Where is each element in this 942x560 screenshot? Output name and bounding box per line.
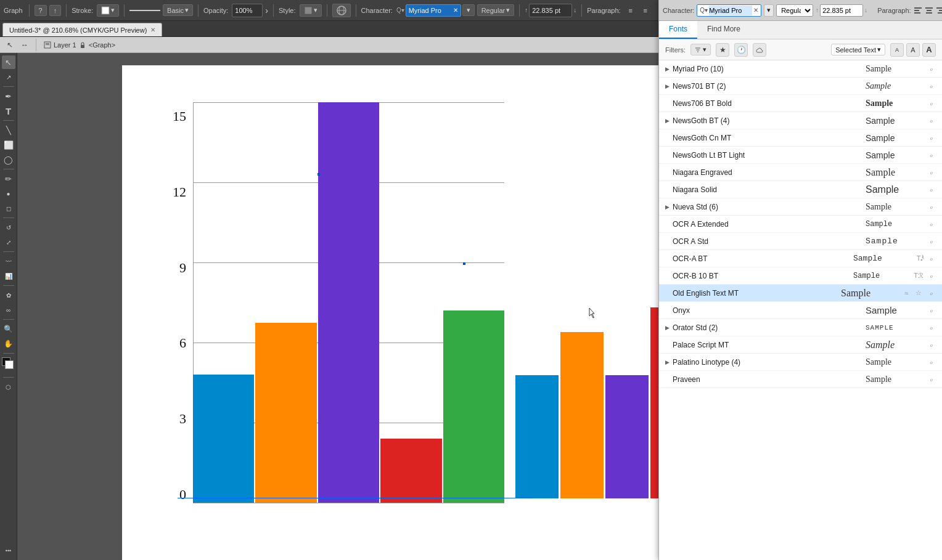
filter-recent-btn[interactable]: 🕐 (734, 43, 748, 57)
font-cloud-newsgoth-cn[interactable]: ℴ (926, 133, 936, 143)
tool-warp[interactable]: 〰 (2, 254, 15, 268)
font-size-up-icon[interactable]: ↑ (525, 7, 528, 14)
font-size-small-btn[interactable]: A (890, 43, 904, 57)
font-row-news706[interactable]: ▶ News706 BT Bold Sample ℴ (659, 95, 942, 112)
font-size-down-icon[interactable]: ↓ (573, 7, 576, 14)
char-style-select[interactable]: Regular Bold Italic (776, 4, 813, 17)
align-left-btn[interactable]: ≡ (625, 4, 637, 17)
font-cloud-ocr-b-10-bt[interactable]: ℴ (926, 271, 936, 281)
char-align-right[interactable] (936, 4, 942, 17)
transform-btn[interactable]: ↔ (18, 39, 31, 51)
tool-rotate[interactable]: ↺ (2, 221, 15, 234)
opacity-input[interactable] (232, 4, 263, 17)
tool-more[interactable]: ••• (2, 544, 15, 558)
tool-eyedropper[interactable]: ✿ (2, 288, 15, 302)
font-cloud-ocr-a-bt[interactable]: ℴ (926, 254, 936, 264)
tool-blob[interactable]: ● (2, 187, 15, 200)
font-similar-old-english[interactable]: ≈ (901, 288, 911, 298)
char-font-input[interactable] (709, 6, 752, 15)
font-cloud-niagara-solid[interactable]: ℴ (926, 185, 936, 195)
font-row-newsgoth-cn[interactable]: ▶ NewsGoth Cn MT Sample ℴ (659, 129, 942, 147)
font-row-newsgoth-bt[interactable]: ▶ NewsGoth BT (4) Sample ℴ (659, 112, 942, 129)
font-cloud-ocr-a-extended[interactable]: ℴ (926, 219, 936, 229)
font-row-niagara-solid[interactable]: ▶ Niagara Solid Sample ℴ (659, 181, 942, 198)
help-btn[interactable]: ? (35, 5, 47, 16)
selected-text-dropdown[interactable]: Selected Text ▾ (831, 44, 885, 55)
char-align-center[interactable] (925, 4, 933, 17)
font-row-orator-std[interactable]: ▶ Orator Std (2) SAMPLE ℴ (659, 319, 942, 336)
font-size-input[interactable] (529, 4, 572, 17)
font-row-newsgoth-lt[interactable]: ▶ NewsGoth Lt BT Light Sample ℴ (659, 147, 942, 164)
help2-btn[interactable]: ↑ (49, 5, 62, 16)
font-size-med-btn[interactable]: A (906, 43, 920, 57)
expand-nueva-std[interactable]: ▶ (663, 203, 671, 211)
expand-myriad-pro[interactable]: ▶ (663, 65, 671, 73)
char-font-clear[interactable]: ✕ (753, 7, 758, 14)
tool-direct-select[interactable]: ↗ (2, 70, 15, 84)
font-row-niagara-engraved[interactable]: ▶ Niagara Engraved Sample ℴ (659, 164, 942, 181)
font-cloud-ocr-a-std[interactable]: ℴ (926, 237, 936, 246)
tool-eraser[interactable]: ◻ (2, 201, 15, 215)
tool-screen-mode[interactable]: ⬡ (2, 380, 15, 394)
expand-palatino[interactable]: ▶ (663, 358, 671, 367)
tool-blend[interactable]: ∞ (2, 303, 15, 317)
char-size-up[interactable]: ↑ (816, 7, 819, 14)
font-star-old-english[interactable]: ☆ (914, 288, 924, 298)
font-row-palace-script[interactable]: ▶ Palace Script MT Sample ℴ (659, 336, 942, 354)
font-cloud-news701[interactable]: ℴ (926, 81, 936, 91)
font-cloud-myriad-pro[interactable]: ℴ (926, 64, 936, 74)
tool-hand[interactable]: ✋ (2, 337, 15, 351)
font-cloud-niagara-engraved[interactable]: ℴ (926, 168, 936, 177)
filter-star-btn[interactable]: ★ (716, 43, 729, 57)
tool-select[interactable]: ↖ (2, 55, 15, 69)
tab-close-btn[interactable]: ✕ (150, 26, 155, 33)
tool-pen[interactable]: ✒ (2, 89, 15, 103)
font-cloud-old-english[interactable]: ℴ (926, 288, 936, 298)
char-size-down[interactable]: ↓ (864, 7, 867, 14)
stroke-swatch[interactable] (5, 360, 14, 369)
align-center-btn[interactable]: ≡ (639, 4, 652, 17)
tool-scale[interactable]: ⤢ (2, 235, 15, 249)
opacity-arrow[interactable]: › (265, 6, 268, 15)
font-row-ocr-a-std[interactable]: ▶ OCR A Std Sample ℴ (659, 233, 942, 250)
font-search-input[interactable] (409, 7, 452, 14)
font-row-ocr-b-10-bt[interactable]: ▶ OCR-B 10 BT Sample Tℛ ℴ (659, 267, 942, 285)
font-cloud-praveen[interactable]: ℴ (926, 375, 936, 384)
font-search-dropdown[interactable]: ▾ (462, 4, 475, 16)
tab-find-more[interactable]: Find More (697, 21, 750, 39)
font-cloud-orator-std[interactable]: ℴ (926, 323, 936, 333)
font-row-old-english[interactable]: ▶ Old English Text MT Sample ≈ ☆ ℴ (659, 285, 942, 302)
font-style-btn[interactable]: Regular ▾ (477, 4, 515, 16)
tab-fonts[interactable]: Fonts (659, 21, 697, 39)
font-row-news701[interactable]: ▶ News701 BT (2) Sample ℴ (659, 78, 942, 95)
font-cloud-nueva-std[interactable]: ℴ (926, 202, 936, 212)
font-size-large-btn[interactable]: A (922, 43, 936, 57)
font-cloud-news706[interactable]: ℴ (926, 99, 936, 108)
tool-zoom[interactable]: 🔍 (2, 322, 15, 336)
font-row-onyx[interactable]: ▶ Onyx Sample ℴ (659, 302, 942, 319)
font-cloud-palace-script[interactable]: ℴ (926, 340, 936, 350)
filter-dropdown-btn[interactable]: ▾ (690, 44, 711, 55)
globe-btn[interactable] (332, 4, 351, 17)
font-row-palatino[interactable]: ▶ Palatino Linotype (4) Sample ℴ (659, 354, 942, 371)
expand-orator-std[interactable]: ▶ (663, 323, 671, 332)
tool-brush[interactable]: ✏ (2, 172, 15, 185)
move-tool-btn[interactable]: ↖ (4, 39, 16, 51)
tool-ellipse[interactable]: ◯ (2, 153, 15, 166)
tool-graph[interactable]: 📊 (2, 269, 15, 283)
tool-line[interactable]: ╲ (2, 123, 15, 137)
font-row-ocr-a-bt[interactable]: ▶ OCR-A BT Sample T𝅘𝅥𝅱 ℴ (659, 250, 942, 267)
font-row-ocr-a-extended[interactable]: ▶ OCR A Extended Sample ℴ (659, 216, 942, 233)
font-cloud-newsgoth-bt[interactable]: ℴ (926, 116, 936, 126)
expand-newsgoth-bt[interactable]: ▶ (663, 116, 671, 125)
stroke-style-btn[interactable]: Basic ▾ (163, 4, 193, 16)
tool-rect[interactable]: ⬜ (2, 138, 15, 152)
font-row-myriad-pro[interactable]: ▶ Myriad Pro (10) Sample ℴ (659, 60, 942, 78)
char-size-input[interactable] (820, 4, 863, 17)
style-color-btn[interactable]: ▾ (300, 4, 322, 17)
char-font-search[interactable]: Q▾ ✕ (697, 4, 761, 17)
font-cloud-newsgoth-lt[interactable]: ℴ (926, 150, 936, 160)
font-cloud-palatino[interactable]: ℴ (926, 357, 936, 367)
font-search-box[interactable]: ✕ (406, 4, 461, 17)
char-dropdown-btn[interactable]: ▾ (764, 4, 774, 17)
